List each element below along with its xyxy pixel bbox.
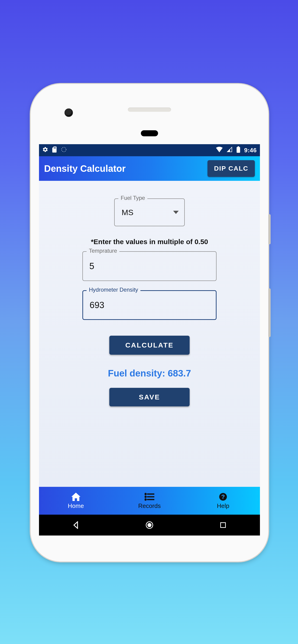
- app-bar: Density Calculator DIP CALC: [39, 156, 260, 181]
- svg-point-12: [148, 524, 151, 527]
- chevron-down-icon: [173, 211, 179, 214]
- result-label: Fuel density:: [108, 368, 168, 378]
- home-button[interactable]: [143, 518, 156, 532]
- result-text: Fuel density: 683.7: [108, 368, 191, 378]
- content-area: Fuel Type MS *Enter the values in multip…: [39, 181, 260, 487]
- svg-point-6: [145, 493, 146, 494]
- svg-text:?: ?: [221, 494, 225, 500]
- overview-button[interactable]: [216, 518, 230, 532]
- loading-icon: [61, 146, 67, 154]
- temperature-input[interactable]: [82, 251, 216, 281]
- device-speaker: [128, 108, 171, 112]
- hydrometer-label: Hydrometer Density: [87, 286, 140, 293]
- svg-rect-1: [236, 147, 240, 153]
- nav-help-label: Help: [217, 502, 229, 510]
- fuel-type-label: Fuel Type: [118, 195, 147, 201]
- screen: 9:46 Density Calculator DIP CALC Fuel Ty…: [39, 144, 260, 536]
- device-side-button: [268, 214, 271, 244]
- gear-icon: [42, 146, 48, 154]
- nav-home-label: Home: [68, 502, 84, 510]
- dip-calc-button[interactable]: DIP CALC: [207, 160, 255, 177]
- save-button[interactable]: SAVE: [109, 388, 190, 406]
- fuel-type-field: Fuel Type MS: [114, 198, 185, 226]
- wifi-icon: [216, 147, 223, 154]
- home-icon: [71, 492, 81, 502]
- nav-records[interactable]: Records: [113, 487, 186, 515]
- hydrometer-input[interactable]: [82, 290, 216, 320]
- back-button[interactable]: [69, 518, 83, 532]
- svg-point-7: [145, 496, 146, 497]
- device-sensor: [141, 130, 158, 136]
- fuel-type-value: MS: [122, 208, 133, 217]
- result-value: 683.7: [168, 368, 191, 378]
- nav-help[interactable]: ? Help: [186, 487, 260, 515]
- sd-card-icon: [52, 146, 57, 154]
- calculate-button[interactable]: CALCULATE: [109, 336, 190, 355]
- phone-frame: 9:46 Density Calculator DIP CALC Fuel Ty…: [31, 84, 268, 562]
- fuel-type-select[interactable]: MS: [114, 198, 185, 226]
- help-icon: ?: [219, 492, 227, 502]
- android-nav-bar: [39, 515, 260, 536]
- svg-point-0: [62, 147, 66, 152]
- svg-rect-2: [238, 146, 239, 147]
- signal-icon: [226, 147, 232, 154]
- hydrometer-field: Hydrometer Density: [82, 290, 216, 320]
- temperature-field: Temprature: [82, 251, 216, 281]
- list-icon: [145, 492, 154, 502]
- input-hint: *Enter the values in multiple of 0.50: [91, 238, 208, 246]
- status-time: 9:46: [244, 147, 257, 154]
- svg-point-8: [145, 499, 146, 500]
- nav-home[interactable]: Home: [39, 487, 113, 515]
- device-side-button: [268, 288, 271, 337]
- battery-icon: [236, 146, 240, 154]
- bottom-nav: Home Records ? Help: [39, 487, 260, 515]
- svg-rect-13: [221, 523, 226, 528]
- device-camera: [65, 108, 73, 117]
- page-title: Density Calculator: [44, 164, 126, 174]
- status-bar: 9:46: [39, 144, 260, 156]
- temperature-label: Temprature: [87, 248, 119, 254]
- nav-records-label: Records: [138, 502, 161, 510]
